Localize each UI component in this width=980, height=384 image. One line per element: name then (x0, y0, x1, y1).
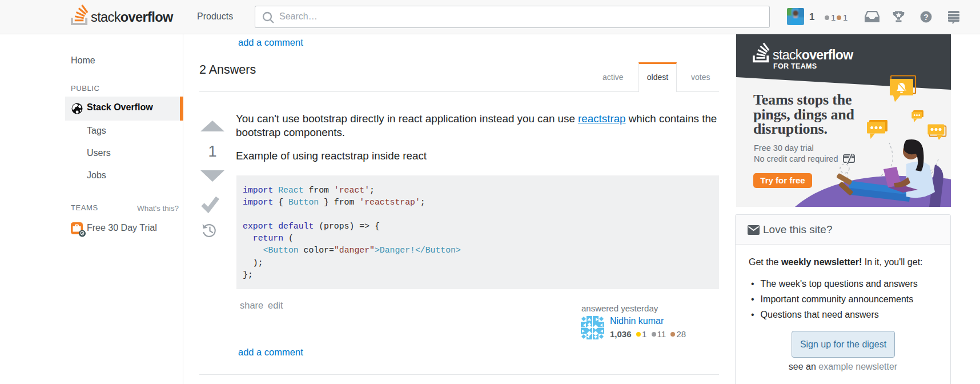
svg-text:?: ? (923, 13, 929, 22)
